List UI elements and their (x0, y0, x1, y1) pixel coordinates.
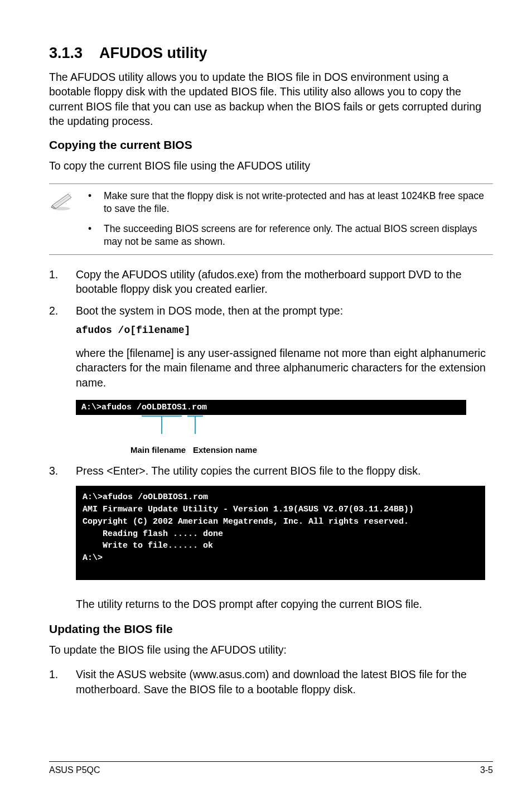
filename-labels: Main filename Extension name (130, 445, 466, 455)
note-text: Make sure that the floppy disk is not wr… (104, 190, 493, 216)
step2-text: Boot the system in DOS mode, then at the… (76, 305, 343, 317)
update-heading: Updating the BIOS file (49, 622, 493, 636)
copy-heading: Copying the current BIOS (49, 138, 493, 152)
intro-paragraph: The AFUDOS utility allows you to update … (49, 70, 493, 128)
list-item: 1. Visit the ASUS website (www.asus.com)… (49, 667, 493, 697)
list-number: 1. (49, 667, 76, 697)
note-item: • The succeeding BIOS screens are for re… (88, 223, 493, 249)
term-main: OLDBIOS1 (147, 403, 187, 412)
note-text: The succeeding BIOS screens are for refe… (104, 223, 493, 249)
list-body: Press <Enter>. The utility copies the cu… (76, 463, 493, 478)
list-body: Copy the AFUDOS utility (afudos.exe) fro… (76, 267, 493, 297)
note-item: • Make sure that the floppy disk is not … (88, 190, 493, 216)
page-footer: ASUS P5QC 3-5 (49, 761, 493, 775)
terminal-line: A:\>afudos /oOLDBIOS1.rom (76, 400, 466, 415)
step2-desc: where the [filename] is any user-assigne… (76, 346, 493, 390)
label-main-filename: Main filename (130, 445, 193, 455)
after-text: The utility returns to the DOS prompt af… (76, 597, 493, 611)
section-number: 3.1.3 (49, 45, 99, 62)
list-item: 3. Press <Enter>. The utility copies the… (49, 463, 493, 478)
terminal-filename-example: A:\>afudos /oOLDBIOS1.rom Main filename … (76, 400, 466, 455)
command-text: afudos /o[filename] (76, 325, 493, 336)
note-box: • Make sure that the floppy disk is not … (49, 183, 493, 255)
update-lead: To update the BIOS file using the AFUDOS… (49, 642, 493, 657)
terminal-output: A:\>afudos /oOLDBIOS1.rom AMI Firmware U… (76, 486, 485, 580)
section-heading: 3.1.3AFUDOS utility (49, 45, 493, 62)
term-prefix: A:\>afudos /o (81, 403, 147, 412)
list-body: Visit the ASUS website (www.asus.com) an… (76, 667, 493, 697)
label-extension-name: Extension name (193, 445, 257, 455)
bullet-icon: • (88, 223, 104, 249)
bullet-icon: • (88, 190, 104, 216)
term-dot: . (187, 403, 192, 412)
list-number: 2. (49, 303, 76, 318)
list-number: 1. (49, 267, 76, 297)
pencil-note-icon (49, 190, 88, 213)
list-item: 2. Boot the system in DOS mode, then at … (49, 303, 493, 318)
term-ext: rom (192, 403, 207, 412)
list-item: 1. Copy the AFUDOS utility (afudos.exe) … (49, 267, 493, 297)
footer-page-number: 3-5 (480, 765, 493, 775)
note-items: • Make sure that the floppy disk is not … (88, 190, 493, 249)
list-number: 3. (49, 463, 76, 478)
footer-left: ASUS P5QC (49, 765, 100, 775)
copy-lead: To copy the current BIOS file using the … (49, 158, 493, 173)
list-body: Boot the system in DOS mode, then at the… (76, 303, 493, 318)
section-title: AFUDOS utility (99, 45, 207, 61)
callout-lines-icon (76, 415, 254, 443)
